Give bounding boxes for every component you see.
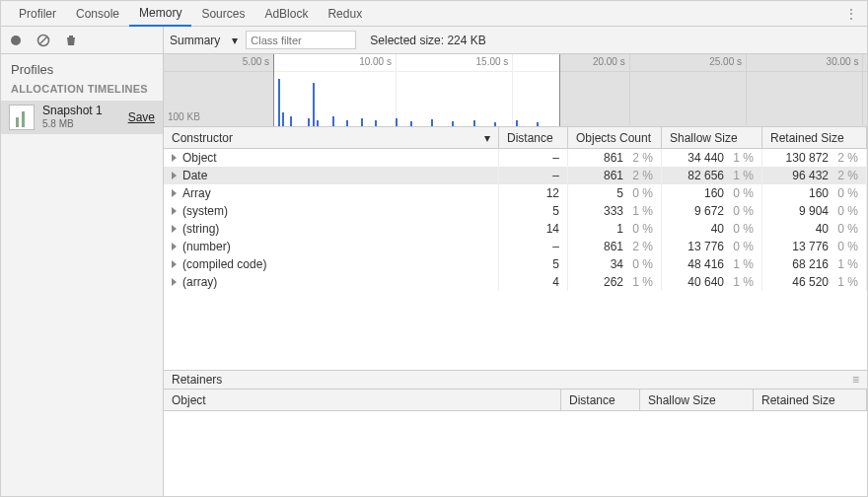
selected-size-label: Selected size: 224 KB bbox=[370, 34, 485, 47]
kebab-menu-icon[interactable]: ⋮ bbox=[835, 7, 867, 21]
tab-redux[interactable]: Redux bbox=[318, 1, 372, 26]
col-shallow-size[interactable]: Shallow Size bbox=[662, 127, 762, 148]
shallow-size-cell: 34 4401 % bbox=[662, 149, 762, 167]
allocation-bar bbox=[282, 112, 284, 126]
expand-icon[interactable] bbox=[172, 189, 177, 197]
retained-size-cell: 68 2161 % bbox=[762, 255, 867, 273]
expand-icon[interactable] bbox=[172, 154, 177, 162]
snapshot-size: 5.8 MB bbox=[42, 118, 103, 130]
tab-sources[interactable]: Sources bbox=[191, 1, 254, 26]
expand-icon[interactable] bbox=[172, 225, 177, 233]
shallow-size-cell: 48 4161 % bbox=[662, 255, 762, 273]
svg-line-2 bbox=[40, 36, 47, 43]
clear-icon[interactable] bbox=[36, 34, 50, 47]
distance-cell: – bbox=[499, 238, 568, 255]
objects-count-cell: 8612 % bbox=[568, 167, 662, 184]
tab-adblock[interactable]: AdBlock bbox=[254, 1, 318, 26]
distance-cell: 5 bbox=[499, 202, 568, 220]
trash-icon[interactable] bbox=[64, 34, 78, 47]
allocation-bar bbox=[361, 118, 363, 126]
snapshot-save-link[interactable]: Save bbox=[128, 110, 155, 124]
retained-size-cell: 13 7760 % bbox=[762, 238, 867, 255]
svg-point-0 bbox=[11, 36, 21, 45]
retainers-body[interactable] bbox=[164, 411, 867, 496]
shallow-size-cell: 13 7760 % bbox=[662, 238, 762, 255]
expand-icon[interactable] bbox=[172, 172, 177, 179]
retained-size-cell: 9 9040 % bbox=[762, 202, 867, 220]
allocation-bar bbox=[473, 120, 475, 126]
objects-count-cell: 8612 % bbox=[568, 238, 662, 255]
objects-count-cell: 8612 % bbox=[568, 149, 662, 167]
snapshot-name: Snapshot 1 bbox=[42, 105, 103, 118]
shallow-size-cell: 40 6401 % bbox=[662, 273, 762, 291]
retainers-col-object[interactable]: Object bbox=[164, 390, 561, 410]
snapshot-thumbnail-icon bbox=[9, 105, 35, 130]
heap-table-body[interactable]: Object–8612 %34 4401 %130 8722 %Date–861… bbox=[164, 149, 867, 370]
table-row[interactable]: Date–8612 %82 6561 %96 4322 % bbox=[164, 167, 867, 184]
table-row[interactable]: (array)42621 %40 6401 %46 5201 % bbox=[164, 273, 867, 291]
table-row[interactable]: (number)–8612 %13 7760 %13 7760 % bbox=[164, 238, 867, 255]
overview-selection-handle-left[interactable] bbox=[164, 54, 274, 126]
allocation-bar bbox=[278, 79, 280, 126]
allocation-overview[interactable]: 5.00 s10.00 s15.00 s20.00 s25.00 s30.00 … bbox=[164, 54, 867, 127]
retained-size-cell: 96 4322 % bbox=[762, 167, 867, 184]
shallow-size-cell: 82 6561 % bbox=[662, 167, 762, 184]
table-row[interactable]: (string)1410 %400 %400 % bbox=[164, 220, 867, 238]
distance-cell: 12 bbox=[499, 184, 568, 202]
expand-icon[interactable] bbox=[172, 243, 177, 250]
table-row[interactable]: Array1250 %1600 %1600 % bbox=[164, 184, 867, 202]
retainers-col-shallow[interactable]: Shallow Size bbox=[640, 390, 754, 410]
retainers-col-distance[interactable]: Distance bbox=[561, 390, 640, 410]
col-constructor[interactable]: Constructor ▾ bbox=[164, 127, 499, 148]
distance-cell: – bbox=[499, 167, 568, 184]
allocation-bar bbox=[410, 121, 412, 126]
objects-count-cell: 10 % bbox=[568, 220, 662, 238]
retained-size-cell: 400 % bbox=[762, 220, 867, 238]
overview-tick: 10.00 s bbox=[359, 56, 392, 67]
view-mode-select[interactable]: Summary ▾ bbox=[170, 34, 238, 47]
heap-table-header: Constructor ▾ Distance Objects Count Sha… bbox=[164, 127, 867, 149]
allocation-bar bbox=[494, 122, 496, 126]
retained-size-cell: 46 5201 % bbox=[762, 273, 867, 291]
constructor-name: (string) bbox=[182, 222, 219, 236]
allocation-timelines-heading: ALLOCATION TIMELINES bbox=[1, 83, 163, 101]
profiles-heading: Profiles bbox=[1, 54, 163, 83]
col-distance[interactable]: Distance bbox=[499, 127, 568, 148]
overview-selection-handle-right[interactable] bbox=[559, 54, 867, 126]
constructor-name: Object bbox=[182, 151, 217, 165]
col-objects-count[interactable]: Objects Count bbox=[568, 127, 662, 148]
distance-cell: 4 bbox=[499, 273, 568, 291]
retainers-col-retained[interactable]: Retained Size bbox=[754, 390, 867, 410]
table-row[interactable]: (compiled code)5340 %48 4161 %68 2161 % bbox=[164, 255, 867, 273]
class-filter-input[interactable] bbox=[246, 31, 356, 49]
shallow-size-cell: 400 % bbox=[662, 220, 762, 238]
retainers-menu-icon[interactable]: ≡ bbox=[852, 373, 859, 387]
table-row[interactable]: Object–8612 %34 4401 %130 8722 % bbox=[164, 149, 867, 167]
tab-profiler[interactable]: Profiler bbox=[9, 1, 66, 26]
allocation-bar bbox=[317, 120, 319, 126]
constructor-name: (compiled code) bbox=[182, 257, 266, 271]
expand-icon[interactable] bbox=[172, 207, 177, 215]
objects-count-cell: 2621 % bbox=[568, 273, 662, 291]
allocation-bar bbox=[332, 116, 334, 126]
constructor-name: (array) bbox=[182, 275, 217, 289]
objects-count-cell: 3331 % bbox=[568, 202, 662, 220]
distance-cell: 14 bbox=[499, 220, 568, 238]
retained-size-cell: 1600 % bbox=[762, 184, 867, 202]
snapshot-item[interactable]: Snapshot 1 5.8 MB Save bbox=[1, 101, 163, 134]
record-icon[interactable] bbox=[9, 34, 23, 47]
constructor-name: Array bbox=[182, 186, 211, 200]
tab-console[interactable]: Console bbox=[66, 1, 129, 26]
expand-icon[interactable] bbox=[172, 278, 177, 286]
allocation-bar bbox=[308, 118, 310, 126]
tab-memory[interactable]: Memory bbox=[129, 1, 191, 27]
expand-icon[interactable] bbox=[172, 260, 177, 268]
retained-size-cell: 130 8722 % bbox=[762, 149, 867, 167]
distance-cell: – bbox=[499, 149, 568, 167]
distance-cell: 5 bbox=[499, 255, 568, 273]
chevron-down-icon: ▾ bbox=[232, 34, 238, 47]
shallow-size-cell: 9 6720 % bbox=[662, 202, 762, 220]
table-row[interactable]: (system)53331 %9 6720 %9 9040 % bbox=[164, 202, 867, 220]
devtools-tabs: Profiler Console Memory Sources AdBlock … bbox=[1, 1, 867, 27]
col-retained-size[interactable]: Retained Size bbox=[762, 127, 867, 148]
